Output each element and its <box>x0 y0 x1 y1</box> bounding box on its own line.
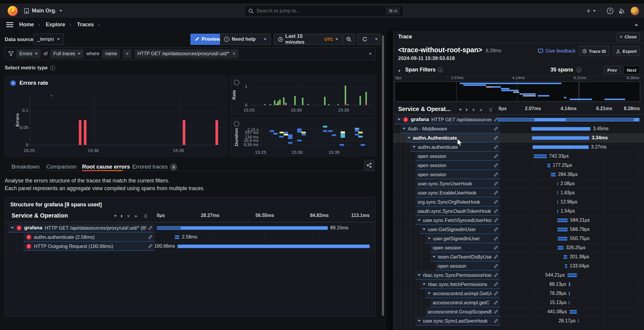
heatmap-cell[interactable] <box>301 132 306 133</box>
rate-bar[interactable] <box>294 96 296 105</box>
span-row[interactable]: !HTTP Outgoing Request (100.66ms)100.66m… <box>5 242 375 251</box>
refresh-interval-dropdown[interactable] <box>372 34 380 45</box>
tab-breakdown[interactable]: Breakdown <box>12 164 40 170</box>
news-rss-icon[interactable] <box>619 8 625 14</box>
heatmap-cell[interactable] <box>323 126 327 128</box>
time-range-picker[interactable]: Last 15 minutes UTC <box>274 34 342 45</box>
span-name-cell[interactable]: org.sync.SyncOrgRolesHook <box>415 198 500 207</box>
span-row[interactable]: user.sync.FetchSyncedUserHook584.21μs <box>393 216 644 225</box>
span-name-cell[interactable]: oauth.sync.SyncOauthTokenHook <box>415 207 500 216</box>
span-row[interactable]: !grafanaHTTP GET /api/datasources/proxy/… <box>5 223 375 233</box>
span-link-icon[interactable] <box>493 190 498 195</box>
expand-chevron-icon[interactable] <box>408 137 411 139</box>
new-button[interactable]: + <box>586 7 596 14</box>
expand-chevron-icon[interactable] <box>418 274 421 276</box>
span-name-cell[interactable]: !authn.authenticate (2.58ms) <box>24 233 154 242</box>
breadcrumb-explore[interactable]: Explore <box>46 22 65 28</box>
span-row[interactable]: !authn.authenticate (2.58ms)2.58ms <box>5 233 375 242</box>
span-count-info-icon[interactable]: i <box>576 67 581 72</box>
grafana-logo-icon[interactable] <box>8 6 18 16</box>
span-row[interactable]: accesscontrol.GroupScopesBy441.08μs <box>393 307 644 316</box>
error-rate-bar[interactable] <box>215 120 218 145</box>
span-name-cell[interactable]: accesscontrol.acimpl.getC <box>430 298 500 307</box>
heatmap-cell[interactable] <box>358 136 363 138</box>
span-filters-info-icon[interactable]: i <box>438 67 443 72</box>
span-link-icon[interactable] <box>493 154 498 159</box>
breadcrumb-traces[interactable]: Traces <box>77 22 94 28</box>
rate-bar[interactable] <box>277 101 279 105</box>
span-duration-bar[interactable] <box>498 118 640 122</box>
heatmap-cell[interactable] <box>302 134 306 135</box>
span-row[interactable]: open session133.04μs <box>393 262 644 271</box>
span-name-cell[interactable]: open session <box>415 170 500 179</box>
span-row[interactable]: open session284.38μs <box>393 170 644 179</box>
org-chevron-down-icon[interactable] <box>59 10 62 12</box>
heatmap-cell[interactable] <box>361 144 365 146</box>
error-rate-bar[interactable] <box>183 120 185 145</box>
span-name-cell[interactable]: accesscontrol.acimpl.GetUs <box>425 289 500 298</box>
expand-chevron-icon[interactable] <box>11 227 14 229</box>
span-link-icon[interactable] <box>493 200 498 204</box>
heatmap-cell[interactable] <box>279 132 284 133</box>
span-duration-bar[interactable] <box>557 209 558 213</box>
span-row[interactable]: Auth - Middleware3.45ms <box>393 124 644 133</box>
span-name-cell[interactable]: open session <box>430 244 500 252</box>
span-duration-bar[interactable] <box>551 173 556 177</box>
span-link-icon[interactable] <box>493 291 498 296</box>
span-duration-bar[interactable] <box>567 273 577 277</box>
span-duration-bar[interactable] <box>534 154 547 158</box>
span-name-cell[interactable]: user.getSignedInUser <box>425 234 500 243</box>
span-filters-label[interactable]: Span Filters <box>405 67 436 73</box>
span-link-icon[interactable] <box>493 264 498 268</box>
datasource-picker[interactable]: _tempo <box>33 34 64 45</box>
span-name-cell[interactable]: open session <box>415 152 500 161</box>
expand-chevron-icon[interactable] <box>423 283 426 285</box>
span-duration-bar[interactable] <box>569 282 570 286</box>
span-link-icon[interactable] <box>493 163 498 168</box>
refresh-button[interactable] <box>357 34 372 45</box>
collapse-one-icon[interactable] <box>114 215 117 217</box>
span-name-cell[interactable]: rbac.sync.SyncPermissionsHook <box>415 271 500 280</box>
global-search[interactable]: ⌘+k <box>245 5 403 17</box>
trace-id-button[interactable]: Trace ID <box>579 46 609 56</box>
tab-root-cause-errors[interactable]: Root cause errors <box>82 164 130 170</box>
span-link-icon[interactable] <box>493 254 498 259</box>
span-row[interactable]: team.GetTeamIDsByUser201.38μs <box>393 252 644 262</box>
tab-errored-traces[interactable]: Errored traces4 <box>132 164 177 171</box>
span-duration-bar[interactable] <box>557 182 558 186</box>
span-filters-chevron-icon[interactable] <box>399 68 401 74</box>
span-duration-bar[interactable] <box>531 127 591 131</box>
span-link-icon[interactable] <box>493 245 498 250</box>
span-name-cell[interactable]: user.sync.FetchSyncedUserHook <box>415 216 500 225</box>
span-duration-bar[interactable] <box>565 264 567 268</box>
span-link-icon[interactable] <box>493 282 498 287</box>
errors-rate-chart[interactable]: Errors0.10.05015:2515:3015:35 <box>5 76 228 156</box>
span-link-icon[interactable] <box>493 273 498 277</box>
user-avatar[interactable] <box>630 6 639 15</box>
span-name-cell[interactable]: accesscontrol.GroupScopesBy <box>425 308 500 316</box>
span-link-icon[interactable] <box>493 135 498 140</box>
heatmap-cell[interactable] <box>288 142 292 144</box>
expand-chevron-icon[interactable] <box>418 219 421 221</box>
span-row[interactable]: !grafanaHTTP GET /api/datasources/pr <box>393 115 644 124</box>
search-input[interactable] <box>256 8 386 14</box>
span-link-icon[interactable] <box>493 236 498 241</box>
expand-chevron-icon[interactable] <box>413 146 416 148</box>
span-link-icon[interactable] <box>493 309 498 314</box>
rate-bar[interactable] <box>345 86 346 105</box>
prev-span-button[interactable]: Prev <box>604 66 620 74</box>
span-row[interactable]: user.sync.EnableUserHook1.63μs <box>393 188 644 197</box>
span-row[interactable]: org.sync.SyncOrgRolesHook12.96μs <box>393 197 644 207</box>
span-name-cell[interactable]: open session <box>415 161 500 170</box>
export-button[interactable]: Export <box>613 46 640 56</box>
heatmap-cell[interactable] <box>284 134 288 135</box>
expand-chevron-icon[interactable] <box>428 293 431 294</box>
rate-bar[interactable] <box>274 100 275 105</box>
zoom-out-button[interactable] <box>343 34 355 45</box>
span-name-cell[interactable]: !grafanaHTTP GET /api/datasources/proxy/… <box>9 224 154 233</box>
span-link-icon[interactable] <box>493 181 498 186</box>
heatmap-cell[interactable] <box>297 140 302 141</box>
span-link-icon[interactable] <box>493 172 498 177</box>
span-link-icon[interactable] <box>493 227 498 232</box>
metric-type-info-icon[interactable]: i <box>50 66 55 71</box>
